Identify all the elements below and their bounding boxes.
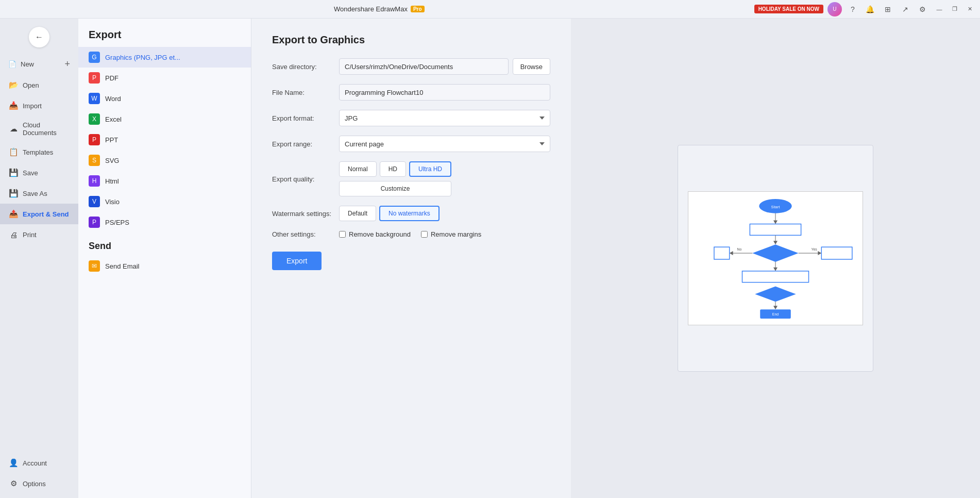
export-item-excel[interactable]: X Excel [78,109,251,129]
new-icon: 📄 [8,60,16,68]
save-directory-label: Save directory: [272,63,339,71]
svg-marker-3 [773,221,778,224]
export-item-pseps[interactable]: P PS/EPS [78,212,251,233]
remove-margins-input[interactable] [421,231,428,238]
watermark-nowatermarks-button[interactable]: No watermarks [379,206,440,221]
export-range-select[interactable]: Current page All pages Selected objects [339,136,550,152]
notification-icon[interactable]: 🔔 [864,3,877,16]
cloud-icon: ☁ [8,124,19,134]
titlebar: Wondershare EdrawMax Pro HOLIDAY SALE ON… [0,0,980,19]
apps-icon[interactable]: ⊞ [881,3,894,16]
export-item-email[interactable]: ✉ Send Email [78,256,251,276]
close-button[interactable]: ✕ [965,4,976,15]
svg-marker-7 [752,244,798,262]
html-icon: H [89,175,100,187]
main-content: Export to Graphics Save directory: Brows… [251,19,980,498]
sidebar-saveas-label: Save As [23,190,47,197]
sidebar-export-label: Export & Send [23,210,69,218]
remove-margins-label: Remove margins [431,230,481,238]
save-icon: 💾 [8,168,19,178]
file-name-label: File Name: [272,89,339,96]
sidebar-templates-label: Templates [23,148,53,156]
email-icon: ✉ [89,260,100,272]
quality-hd-button[interactable]: HD [380,161,406,177]
svg-marker-6 [773,241,778,244]
remove-background-input[interactable] [339,231,346,238]
sidebar-item-saveas[interactable]: 💾 Save As [0,183,78,204]
saveas-icon: 💾 [8,188,19,198]
export-range-label: Export range: [272,140,339,148]
svg-text:Yes: Yes [811,247,817,251]
svg-icon: S [89,155,100,166]
export-item-pdf[interactable]: P PDF [78,68,251,88]
share-icon[interactable]: ↗ [899,3,912,16]
export-format-label: Export format: [272,114,339,122]
minimize-button[interactable]: — [934,4,945,15]
sidebar-item-save[interactable]: 💾 Save [0,162,78,183]
remove-margins-checkbox[interactable]: Remove margins [421,230,481,238]
svg-rect-4 [750,224,801,236]
ppt-icon: P [89,134,100,145]
export-item-svg[interactable]: S SVG [78,150,251,171]
export-item-graphics[interactable]: G Graphics (PNG, JPG et... [78,47,251,68]
sidebar-item-templates[interactable]: 📋 Templates [0,142,78,162]
remove-background-label: Remove background [349,230,411,238]
watermark-default-button[interactable]: Default [339,206,376,221]
import-icon: 📥 [8,101,19,111]
sidebar-print-label: Print [23,231,37,239]
export-button[interactable]: Export [272,252,322,270]
back-button[interactable]: ← [29,27,49,47]
sidebar-item-export[interactable]: 📤 Export & Send [0,204,78,224]
export-form-area: Export to Graphics Save directory: Brows… [251,19,571,498]
graphics-icon: G [89,52,100,63]
export-format-select[interactable]: JPG PNG BMP SVG PDF [339,110,550,126]
customize-button[interactable]: Customize [339,181,451,196]
sidebar-save-label: Save [23,169,38,177]
export-item-html[interactable]: H Html [78,171,251,191]
export-panel: Export G Graphics (PNG, JPG et... P PDF … [78,19,251,498]
visio-icon: V [89,196,100,207]
holiday-sale-button[interactable]: HOLIDAY SALE ON NOW [754,5,823,13]
flowchart-preview: Start [688,192,863,325]
export-range-row: Export range: Current page All pages Sel… [272,136,550,152]
svg-rect-10 [821,247,852,259]
file-name-input[interactable] [339,84,550,101]
export-item-visio[interactable]: V Visio [78,191,251,212]
settings-icon[interactable]: ⚙ [916,3,930,16]
svg-text:No: No [737,247,742,251]
browse-button[interactable]: Browse [513,58,550,75]
templates-icon: 📋 [8,147,19,157]
sidebar-new-label: New [21,60,34,68]
remove-background-checkbox[interactable]: Remove background [339,230,411,238]
file-name-row: File Name: [272,84,550,101]
export-item-ppt[interactable]: P PPT [78,129,251,150]
help-icon[interactable]: ? [846,3,859,16]
export-item-word[interactable]: W Word [78,88,251,109]
preview-area: Start [571,19,980,498]
quality-group: Normal HD Ultra HD [339,161,451,177]
sidebar-item-account[interactable]: 👤 Account [0,453,78,473]
sidebar-item-new[interactable]: 📄 New + [0,54,78,75]
quality-ultrahd-button[interactable]: Ultra HD [409,161,451,177]
print-icon: 🖨 [8,229,19,240]
sidebar-item-cloud[interactable]: ☁ Cloud Documents [0,116,78,142]
svg-marker-19 [773,306,778,309]
export-svg-label: SVG [105,157,119,164]
sidebar-item-import[interactable]: 📥 Import [0,95,78,116]
quality-normal-button[interactable]: Normal [339,161,377,177]
sidebar-item-open[interactable]: 📂 Open [0,75,78,95]
other-settings-row: Other settings: Remove background Remove… [272,230,550,238]
maximize-button[interactable]: ❐ [949,4,960,15]
export-quality-label: Export quality: [272,175,339,183]
send-section-title: Send [78,233,251,256]
excel-icon: X [89,113,100,125]
form-title: Export to Graphics [272,34,550,46]
export-word-label: Word [105,95,121,103]
preview-box: Start [678,145,873,372]
export-ppt-label: PPT [105,136,118,144]
sidebar-item-options[interactable]: ⚙ Options [0,473,78,494]
titlebar-right: HOLIDAY SALE ON NOW U ? 🔔 ⊞ ↗ ⚙ — ❐ ✕ [754,2,976,16]
svg-text:End: End [772,312,779,316]
sidebar-item-print[interactable]: 🖨 Print [0,224,78,245]
save-directory-input[interactable] [339,58,509,75]
